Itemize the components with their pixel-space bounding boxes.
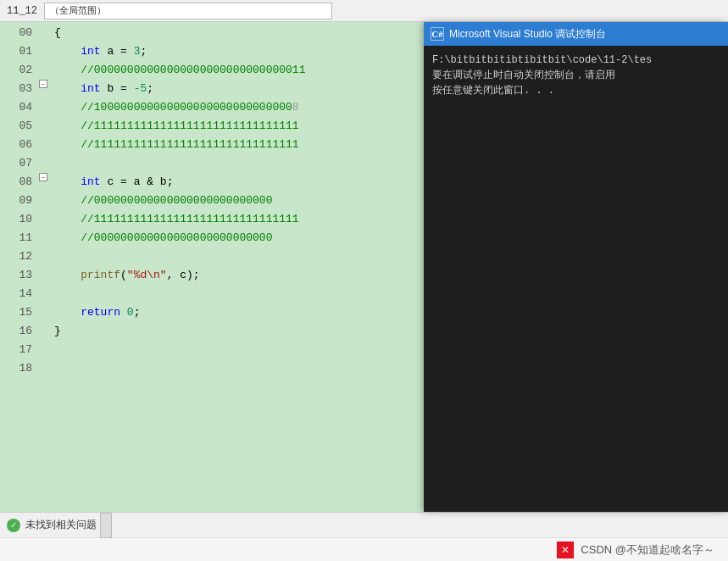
- console-info-line2: 按任意键关闭此窗口. . .: [432, 83, 720, 98]
- horizontal-scrollbar[interactable]: [100, 513, 112, 538]
- line-col-indicator: 11_12: [7, 5, 37, 17]
- code-line-01: int a = 3;: [54, 42, 424, 61]
- editor-container: 00 01 02 03 04 05 06 07 08 09 10 11 12 1…: [0, 22, 424, 512]
- code-line-08: int c = a & b;: [54, 173, 424, 192]
- code-line-13: printf("%d\n", c);: [54, 266, 424, 285]
- code-line-06: //1111111111111111111111111111111: [54, 136, 424, 154]
- code-line-11: //000000000000000000000000000: [54, 229, 424, 247]
- code-line-14: [54, 285, 424, 303]
- code-line-07: [54, 154, 424, 173]
- scope-label: （全局范围）: [50, 4, 106, 17]
- console-titlebar: C# Microsoft Visual Studio 调试控制台: [424, 22, 728, 46]
- code-line-17: [54, 341, 424, 359]
- console-body: F:\bitbitbitibtibitbit\code\11-2\tes 要在调…: [424, 46, 728, 512]
- close-button-bottom[interactable]: ✕: [557, 542, 574, 558]
- main-area: 00 01 02 03 04 05 06 07 08 09 10 11 12 1…: [0, 22, 728, 512]
- console-window: C# Microsoft Visual Studio 调试控制台 F:\bitb…: [424, 22, 728, 512]
- code-line-09: //000000000000000000000000000: [54, 192, 424, 210]
- console-info-line1: 要在调试停止时自动关闭控制台，请启用: [432, 68, 720, 83]
- code-line-03: int b = -5;: [54, 80, 424, 98]
- code-line-05: //1111111111111111111111111111111: [54, 117, 424, 136]
- status-ok-icon: ✓: [7, 519, 20, 532]
- code-line-02: //00000000000000000000000000000011: [54, 61, 424, 80]
- fold-button-04[interactable]: −: [39, 80, 47, 88]
- console-output: F:\bitbitbitibtibitbit\code\11-2\tes 要在调…: [432, 53, 720, 98]
- fold-button-09[interactable]: −: [39, 173, 47, 181]
- console-title-text: Microsoft Visual Studio 调试控制台: [449, 27, 721, 42]
- fold-gutter: − −: [39, 24, 51, 512]
- scope-dropdown[interactable]: （全局范围）: [44, 3, 332, 19]
- code-line-04: //1000000000000000000000000000008: [54, 98, 424, 117]
- top-bar: 11_12 （全局范围）: [0, 0, 728, 22]
- console-title-icon: C#: [431, 27, 444, 41]
- code-lines[interactable]: { int a = 3; //0000000000000000000000000…: [51, 24, 424, 512]
- top-bar-left: 11_12 （全局范围）: [7, 3, 721, 19]
- line-numbers: 00 01 02 03 04 05 06 07 08 09 10 11 12 1…: [0, 24, 39, 512]
- code-line-18: [54, 359, 424, 378]
- code-line-15: return 0;: [54, 303, 424, 322]
- status-bar: ✓ 未找到相关问题: [0, 512, 728, 537]
- bottom-left: ✕: [557, 542, 581, 558]
- code-area: 00 01 02 03 04 05 06 07 08 09 10 11 12 1…: [0, 22, 424, 512]
- watermark-bar: ✕ CSDN @不知道起啥名字～: [0, 537, 728, 561]
- code-line-12: [54, 247, 424, 266]
- code-line-10: //1111111111111111111111111111111: [54, 210, 424, 229]
- console-path-line: F:\bitbitbitibtibitbit\code\11-2\tes: [432, 53, 720, 68]
- code-line-00: {: [54, 24, 424, 42]
- code-line-16: }: [54, 322, 424, 341]
- status-text: 未找到相关问题: [25, 518, 97, 532]
- watermark-text: CSDN @不知道起啥名字～: [581, 542, 714, 558]
